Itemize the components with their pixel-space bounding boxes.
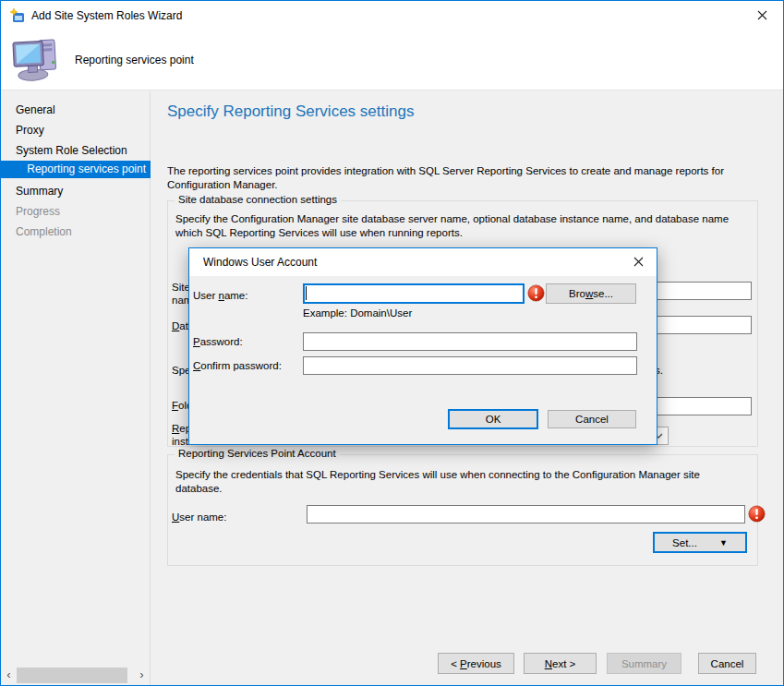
password-label: Password: — [193, 335, 295, 348]
page-intro-text: The reporting services point provides in… — [167, 164, 754, 192]
ok-button-label: OK — [486, 414, 501, 425]
wizard-cancel-button[interactable]: Cancel — [698, 653, 756, 674]
titlebar: Add Site System Roles Wizard — [1, 1, 783, 30]
wizard-header: Reporting services point — [1, 30, 783, 90]
sidebar-item-proxy[interactable]: Proxy — [1, 121, 151, 139]
page-heading: Specify Reporting Services settings — [167, 102, 414, 121]
summary-button-label: Summary — [621, 658, 667, 669]
dialog-titlebar: Windows User Account — [189, 248, 657, 276]
dialog-cancel-button-label: Cancel — [575, 414, 609, 425]
password-input[interactable] — [303, 332, 637, 351]
windows-user-account-dialog: Windows User Account User name: Browse..… — [188, 247, 657, 445]
scrollbar-thumb[interactable] — [17, 668, 127, 683]
sidebar-item-system-role-selection[interactable]: System Role Selection — [1, 141, 151, 160]
window-title: Add Site System Roles Wizard — [31, 9, 182, 22]
sidebar-item-summary[interactable]: Summary — [1, 182, 151, 200]
wizard-window: Add Site System Roles Wizard Reporting s… — [0, 0, 784, 686]
browse-button[interactable]: Browse... — [546, 283, 636, 304]
dialog-user-name-label: User name: — [193, 289, 295, 302]
dialog-cancel-button[interactable]: Cancel — [548, 410, 636, 428]
error-icon — [748, 505, 766, 523]
set-button-label: Set... — [672, 537, 697, 548]
computer-icon — [12, 38, 60, 82]
sidebar-item-completion[interactable]: Completion — [1, 223, 151, 241]
sidebar-item-reporting-services-point[interactable]: Reporting services point — [1, 161, 151, 178]
sidebar-item-progress[interactable]: Progress — [1, 202, 151, 221]
reporting-account-group-title: Reporting Services Point Account — [175, 448, 340, 459]
window-close-button[interactable] — [742, 1, 783, 29]
browse-button-label: Browse... — [569, 288, 613, 299]
text-caret — [306, 286, 307, 300]
reporting-account-description: Specify the credentials that SQL Reporti… — [175, 468, 746, 496]
set-account-button[interactable]: Set... ▼ — [653, 532, 747, 553]
dialog-error-icon — [527, 284, 545, 302]
ok-button[interactable]: OK — [448, 409, 538, 429]
set-dropdown-icon: ▼ — [719, 538, 728, 548]
wizard-cancel-button-label: Cancel — [711, 658, 744, 669]
next-button[interactable]: Next > — [524, 653, 597, 674]
confirm-password-label: Confirm password: — [193, 359, 295, 372]
account-user-name-label: User name: — [172, 511, 299, 524]
site-database-group-title: Site database connection settings — [175, 194, 341, 205]
dialog-close-button[interactable] — [620, 248, 657, 275]
dialog-close-icon — [633, 257, 644, 267]
reporting-account-group: Reporting Services Point Account Specify… — [167, 454, 758, 566]
site-database-group-description: Specify the Configuration Manager site d… — [175, 212, 746, 240]
example-hint: Example: Domain\User — [303, 307, 412, 319]
sidebar: General Proxy System Role Selection Repo… — [1, 91, 151, 686]
sidebar-item-general[interactable]: General — [1, 101, 151, 119]
previous-button-label: < Previous — [451, 658, 501, 669]
summary-button[interactable]: Summary — [607, 653, 681, 674]
wizard-app-icon — [9, 7, 26, 24]
sidebar-horizontal-scrollbar[interactable]: ‹ › — [1, 668, 150, 683]
dialog-user-name-input[interactable] — [303, 283, 525, 304]
close-icon — [757, 10, 767, 20]
dialog-title: Windows User Account — [203, 256, 317, 269]
account-user-name-input[interactable] — [307, 505, 745, 524]
next-button-label: Next > — [545, 658, 576, 669]
scroll-left-icon[interactable]: ‹ — [1, 668, 17, 683]
confirm-password-input[interactable] — [303, 356, 637, 375]
scroll-right-icon[interactable]: › — [134, 668, 150, 683]
wizard-page-title: Reporting services point — [75, 54, 194, 66]
previous-button[interactable]: < Previous — [438, 653, 514, 674]
